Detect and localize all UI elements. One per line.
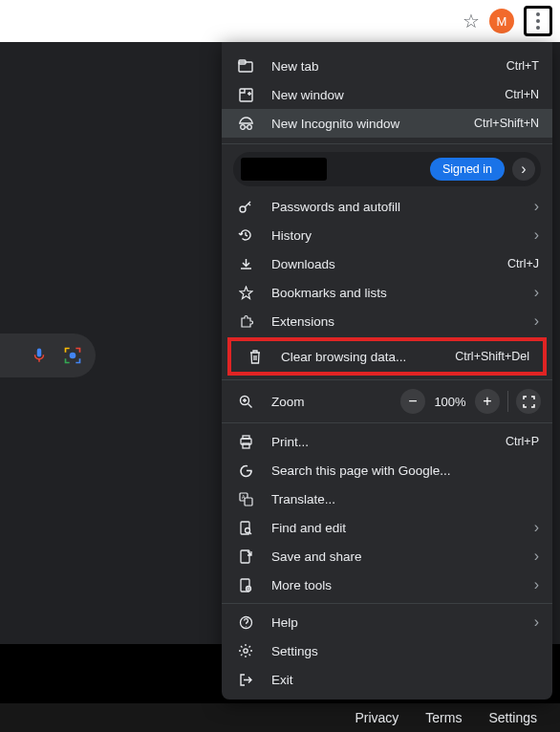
bookmark-star-icon[interactable]: ☆ (463, 10, 480, 32)
svg-point-2 (536, 26, 540, 30)
menu-separator (222, 422, 552, 423)
menu-label: Print... (271, 435, 488, 449)
menu-label: Clear browsing data... (281, 350, 438, 364)
menu-exit[interactable]: Exit (222, 665, 552, 694)
menu-separator (222, 603, 552, 604)
menu-label: Passwords and autofill (271, 200, 517, 214)
svg-point-7 (240, 125, 245, 130)
menu-label: Bookmarks and lists (271, 286, 517, 300)
zoom-in-button[interactable]: + (475, 389, 500, 414)
svg-point-23 (244, 649, 248, 653)
menu-extensions[interactable]: Extensions › (222, 307, 552, 335)
annotation-highlight: Clear browsing data... Ctrl+Shift+Del (227, 337, 547, 376)
menu-label: Help (271, 615, 517, 630)
menu-shortcut: Ctrl+N (505, 88, 539, 101)
menu-new-tab[interactable]: New tab Ctrl+T (222, 52, 552, 80)
menu-translate[interactable]: A Translate... (222, 484, 552, 513)
chevron-right-icon: › (534, 312, 539, 330)
menu-print[interactable]: Print... Ctrl+P (222, 427, 552, 456)
menu-label: Extensions (271, 314, 517, 329)
svg-point-1 (536, 19, 540, 23)
footer-privacy[interactable]: Privacy (355, 710, 398, 725)
menu-shortcut: Ctrl+P (506, 435, 539, 448)
menu-more-tools[interactable]: More tools › (222, 571, 552, 599)
tools-icon (237, 578, 254, 592)
zoom-controls: − 100% + (400, 389, 541, 414)
menu-help[interactable]: Help › (222, 608, 552, 636)
footer-settings[interactable]: Settings (488, 710, 537, 725)
menu-label: New window (271, 88, 487, 102)
chevron-right-icon: › (534, 519, 539, 536)
key-icon (237, 199, 254, 214)
star-icon (237, 286, 254, 300)
chevron-right-icon: › (534, 614, 539, 631)
footer-terms[interactable]: Terms (425, 710, 462, 725)
history-icon (237, 227, 254, 243)
search-tools-bubble (0, 334, 96, 377)
svg-point-8 (247, 125, 251, 130)
svg-point-18 (245, 527, 249, 532)
menu-new-window[interactable]: New window Ctrl+N (222, 80, 552, 109)
chevron-right-icon: › (534, 226, 539, 244)
help-icon (237, 615, 254, 630)
menu-label: Exit (271, 673, 539, 687)
menu-find-edit[interactable]: Find and edit › (222, 513, 552, 542)
menu-settings[interactable]: Settings (222, 636, 552, 665)
window-icon (237, 88, 254, 102)
svg-rect-15 (245, 498, 252, 506)
chevron-right-icon: › (534, 198, 539, 215)
menu-shortcut: Ctrl+J (507, 257, 539, 270)
mic-icon[interactable] (31, 345, 48, 366)
chevron-right-icon: › (534, 548, 539, 565)
lens-icon[interactable] (63, 346, 82, 365)
menu-history[interactable]: History › (222, 221, 552, 249)
share-icon (237, 549, 254, 564)
menu-label: Translate... (271, 492, 539, 506)
menu-passwords[interactable]: Passwords and autofill › (222, 192, 552, 221)
zoom-out-button[interactable]: − (400, 389, 425, 414)
page-footer: Privacy Terms Settings (0, 703, 560, 732)
overflow-menu-button[interactable] (524, 6, 552, 36)
fullscreen-button[interactable] (516, 389, 541, 414)
zoom-icon (237, 395, 254, 409)
svg-point-3 (70, 353, 76, 359)
menu-clear-browsing-data[interactable]: Clear browsing data... Ctrl+Shift+Del (231, 341, 543, 372)
download-icon (237, 257, 254, 271)
account-row[interactable]: Signed in › (233, 152, 541, 186)
google-icon (237, 463, 254, 478)
menu-label: Save and share (271, 549, 517, 564)
menu-label: Downloads (271, 257, 490, 271)
translate-icon: A (237, 492, 254, 506)
menu-label: Find and edit (271, 521, 517, 535)
chevron-right-icon[interactable]: › (512, 158, 535, 181)
menu-label: Settings (271, 644, 539, 658)
tab-icon (237, 59, 254, 73)
find-icon (237, 521, 254, 535)
menu-shortcut: Ctrl+Shift+N (474, 117, 539, 130)
menu-label: Search this page with Google... (271, 463, 539, 478)
menu-search-google[interactable]: Search this page with Google... (222, 456, 552, 484)
chevron-right-icon: › (534, 576, 539, 593)
account-name-redacted (241, 158, 327, 181)
menu-incognito[interactable]: New Incognito window Ctrl+Shift+N (222, 109, 552, 138)
svg-point-0 (536, 12, 540, 16)
print-icon (237, 435, 254, 449)
menu-label: New Incognito window (271, 117, 457, 131)
menu-label: History (271, 228, 517, 243)
menu-downloads[interactable]: Downloads Ctrl+J (222, 249, 552, 278)
profile-avatar[interactable]: M (489, 9, 514, 33)
menu-shortcut: Ctrl+T (506, 59, 539, 73)
menu-bookmarks[interactable]: Bookmarks and lists › (222, 278, 552, 307)
menu-zoom: Zoom − 100% + (222, 384, 552, 419)
menu-save-share[interactable]: Save and share › (222, 542, 552, 571)
signed-in-chip: Signed in (430, 158, 505, 181)
menu-separator (222, 379, 552, 380)
menu-label: Zoom (271, 395, 383, 409)
puzzle-icon (237, 314, 254, 329)
gear-icon (237, 643, 254, 658)
svg-rect-6 (240, 89, 252, 101)
overflow-menu: New tab Ctrl+T New window Ctrl+N New Inc… (222, 42, 552, 700)
chevron-right-icon: › (534, 284, 539, 301)
menu-label: More tools (271, 578, 517, 592)
menu-separator (222, 143, 552, 144)
